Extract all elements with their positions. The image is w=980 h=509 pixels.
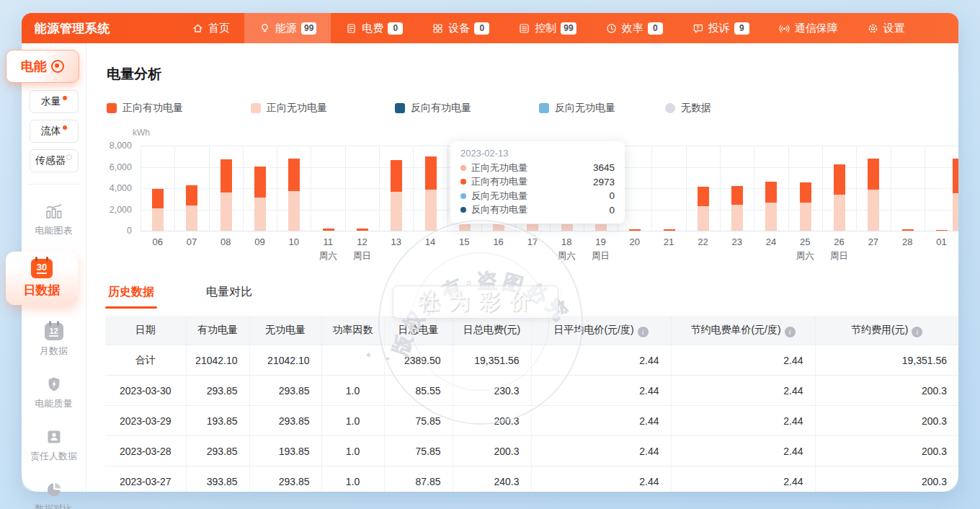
table-header-row: 日期有功电量无功电量功率因数日总电量日总电费(元)日平均电价(元/度)i节约电费… bbox=[105, 316, 958, 345]
chart-tooltip: 2023-02-13 正向无功电量3645正向有功电量2973反向无功电量0反向… bbox=[450, 141, 625, 223]
legend-item-正向无功电量[interactable]: 正向无功电量 bbox=[251, 102, 395, 115]
chart-bar-cell[interactable] bbox=[277, 146, 311, 231]
info-icon[interactable]: i bbox=[785, 327, 796, 337]
bar-segment-active bbox=[629, 229, 641, 231]
sidebar-item-电能质量[interactable]: 电能质量 bbox=[22, 374, 86, 410]
nav-badge: 99 bbox=[301, 22, 316, 35]
info-icon[interactable]: i bbox=[638, 327, 649, 337]
calendar-icon: 30 bbox=[31, 259, 53, 278]
table-cell: 2.44 bbox=[671, 406, 815, 436]
legend-label: 正向有功电量 bbox=[122, 102, 183, 115]
column-header-有功电量: 有功电量 bbox=[186, 316, 249, 345]
x-tick-weekday: 周日 bbox=[822, 251, 856, 261]
nav-item-首页[interactable]: 首页 bbox=[177, 13, 244, 43]
sidebar-item-月数据[interactable]: 12月数据 bbox=[22, 322, 86, 358]
legend-swatch bbox=[665, 103, 675, 113]
tooltip-row: 正向有功电量2973 bbox=[460, 175, 615, 190]
bar-segment-reactive bbox=[186, 205, 197, 231]
category-button-水量[interactable]: 水量 bbox=[30, 90, 79, 113]
nav-item-电费[interactable]: 电费0 bbox=[331, 13, 417, 43]
legend-swatch bbox=[107, 103, 117, 113]
x-tick-day: 20 bbox=[618, 237, 651, 248]
sidebar-item-数据对比[interactable]: 数据对比 bbox=[22, 479, 86, 509]
sidebar-item-label: 月数据 bbox=[40, 345, 68, 358]
chart-bar-cell[interactable] bbox=[174, 146, 208, 231]
chart-bar-cell[interactable] bbox=[788, 146, 822, 231]
chart-bar-cell[interactable] bbox=[856, 146, 890, 231]
x-tick-day: 23 bbox=[720, 237, 754, 248]
bar-segment-active bbox=[288, 159, 300, 191]
orange-dot-icon bbox=[63, 125, 67, 130]
sidebar-item-电能图表[interactable]: 电能图表 bbox=[22, 201, 86, 237]
sidebar-item-责任人数据[interactable]: 责任人数据 bbox=[22, 427, 86, 463]
x-tick-day: 16 bbox=[481, 237, 515, 248]
nav-item-label: 设备 bbox=[448, 22, 470, 35]
stacked-bar bbox=[493, 224, 504, 231]
nav-item-控制[interactable]: 控制99 bbox=[504, 13, 590, 43]
nav-item-设置[interactable]: 设置 bbox=[852, 13, 919, 43]
bar-segment-reactive bbox=[493, 224, 504, 231]
devices-icon bbox=[432, 22, 444, 35]
category-button-传感器[interactable]: 传感器 bbox=[30, 149, 79, 172]
stacked-bar bbox=[664, 229, 675, 231]
nav-item-label: 能源 bbox=[275, 22, 297, 35]
chart-bar-cell[interactable] bbox=[686, 146, 720, 231]
pie-chart-icon bbox=[45, 479, 63, 498]
chart-bar-cell[interactable] bbox=[243, 146, 277, 231]
nav-item-通信保障[interactable]: 通信保障 bbox=[764, 13, 852, 43]
x-tick-label: 17 bbox=[515, 237, 549, 261]
nav-item-效率[interactable]: 效率0 bbox=[591, 13, 677, 43]
chart-bar-cell[interactable] bbox=[141, 146, 174, 231]
chart-bar-cell[interactable] bbox=[413, 146, 447, 231]
bar-segment-active bbox=[800, 182, 811, 203]
stacked-bar bbox=[152, 189, 164, 231]
bar-segment-active bbox=[357, 229, 368, 231]
bar-segment-reactive bbox=[765, 203, 777, 231]
table-cell: 87.85 bbox=[384, 466, 453, 492]
chart-bar-cell[interactable] bbox=[891, 146, 925, 231]
tooltip-rows: 正向无功电量3645正向有功电量2973反向无功电量0反向有功电量0 bbox=[460, 161, 615, 217]
x-tick-weekday: 周日 bbox=[345, 251, 379, 261]
nav-item-投诉[interactable]: ?投诉9 bbox=[677, 13, 764, 43]
column-header-label: 无功电量 bbox=[265, 324, 306, 335]
legend-item-正向有功电量[interactable]: 正向有功电量 bbox=[107, 102, 251, 115]
stacked-bar bbox=[731, 186, 743, 231]
chart-bar-cell[interactable] bbox=[822, 146, 856, 231]
chart-bar-cell[interactable] bbox=[720, 146, 754, 231]
sidebar-item-日数据[interactable]: 30日数据 bbox=[6, 252, 78, 305]
sidebar-item-label: 电能图表 bbox=[35, 224, 73, 237]
category-button-流体[interactable]: 流体 bbox=[30, 120, 79, 143]
gear-icon bbox=[867, 22, 879, 35]
legend-item-反向有功电量[interactable]: 反向有功电量 bbox=[395, 102, 539, 115]
chart-bar-cell[interactable] bbox=[345, 146, 379, 231]
clipped-bar bbox=[953, 159, 958, 231]
column-header-无功电量: 无功电量 bbox=[249, 316, 321, 345]
chart-bar-cell[interactable] bbox=[379, 146, 413, 231]
bar-segment-active bbox=[953, 159, 958, 194]
history-data-table: 日期有功电量无功电量功率因数日总电量日总电费(元)日平均电价(元/度)i节约电费… bbox=[105, 316, 958, 492]
stacked-bar bbox=[765, 182, 777, 231]
tab-history-data[interactable]: 历史数据 bbox=[108, 285, 154, 309]
table-cell: 2023-03-30 bbox=[105, 376, 186, 406]
sidebar-categories: 电能水量流体传感器 bbox=[22, 43, 86, 172]
tab-energy-compare[interactable]: 电量对比 bbox=[206, 285, 252, 309]
nav-item-label: 设置 bbox=[883, 22, 905, 35]
nav-badge: 0 bbox=[648, 22, 663, 35]
legend-item-无数据[interactable]: 无数据 bbox=[665, 102, 809, 115]
table-cell: 2.44 bbox=[531, 345, 671, 376]
chart-bar-cell[interactable] bbox=[209, 146, 243, 231]
nav-item-设备[interactable]: 设备0 bbox=[417, 13, 504, 43]
chart-bar-cell[interactable] bbox=[754, 146, 788, 231]
table-cell: 200.3 bbox=[815, 466, 958, 492]
home-icon bbox=[192, 22, 204, 35]
category-button-电能[interactable]: 电能 bbox=[6, 50, 79, 83]
column-header-label: 日期 bbox=[135, 324, 156, 335]
chart-bar-cell[interactable] bbox=[651, 146, 685, 231]
legend-item-反向无功电量[interactable]: 反向无功电量 bbox=[539, 102, 665, 115]
info-icon[interactable]: i bbox=[912, 327, 922, 337]
chart-bar-cell[interactable] bbox=[311, 146, 344, 231]
sidebar-divider bbox=[27, 184, 80, 185]
bar-segment-reactive bbox=[254, 198, 266, 231]
nav-item-能源[interactable]: 能源99 bbox=[244, 13, 331, 43]
x-tick-day: 12 bbox=[345, 237, 379, 248]
